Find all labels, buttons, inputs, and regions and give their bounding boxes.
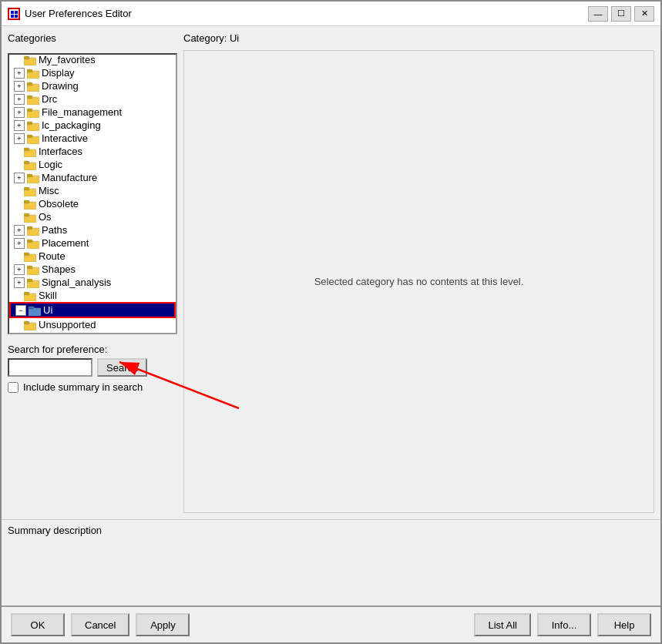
expand-btn-ic_packaging[interactable]: + <box>14 120 25 131</box>
svg-rect-25 <box>27 174 32 177</box>
tree-item-skill[interactable]: Skill <box>9 289 176 302</box>
tree-label-signal_analysis: Signal_analysis <box>42 277 111 288</box>
tree-label-manufacture: Manufacture <box>42 172 97 183</box>
tree-label-obsolete: Obsolete <box>39 198 79 210</box>
folder-icon-skill <box>24 290 36 301</box>
left-panel: Categories My_favorites+ Display+ Drawin… <box>8 32 177 513</box>
tree-item-manufacture[interactable]: + Manufacture <box>9 171 176 184</box>
folder-icon-placement <box>27 238 39 249</box>
svg-rect-17 <box>27 122 32 125</box>
folder-icon-obsolete <box>24 199 36 210</box>
tree-item-logic[interactable]: Logic <box>9 158 176 171</box>
tree-item-file_management[interactable]: + File_management <box>9 106 176 119</box>
title-bar: User Preferences Editor — ☐ ✕ <box>2 2 660 26</box>
folder-icon-manufacture <box>27 173 39 183</box>
folder-icon-drawing <box>27 81 39 92</box>
svg-rect-19 <box>27 135 32 138</box>
expand-btn-placement[interactable]: + <box>14 238 25 249</box>
tree-container[interactable]: My_favorites+ Display+ Drawing+ Drc+ Fil… <box>8 53 177 334</box>
tree-item-signal_analysis[interactable]: + Signal_analysis <box>9 276 176 289</box>
summary-label: Summary description <box>8 525 654 536</box>
cancel-button[interactable]: Cancel <box>71 613 129 636</box>
tree-item-route[interactable]: Route <box>9 250 176 263</box>
expand-btn-interactive[interactable]: + <box>14 133 25 144</box>
expand-btn-drawing[interactable]: + <box>14 81 25 92</box>
svg-rect-47 <box>24 321 29 324</box>
minimize-button[interactable]: — <box>588 6 608 22</box>
folder-icon-my_favorites <box>24 55 36 65</box>
categories-label: Categories <box>8 32 177 44</box>
ok-button[interactable]: OK <box>11 613 65 636</box>
svg-rect-31 <box>24 213 29 216</box>
info-button[interactable]: Info... <box>537 613 591 636</box>
svg-rect-11 <box>27 82 32 86</box>
tree-item-interfaces[interactable]: Interfaces <box>9 145 176 158</box>
folder-icon-route <box>24 251 36 262</box>
svg-rect-7 <box>24 56 29 59</box>
tree-item-my_favorites[interactable]: My_favorites <box>9 53 176 66</box>
help-button[interactable]: Help <box>597 613 651 636</box>
svg-rect-9 <box>27 69 32 72</box>
bottom-bar: OK Cancel Apply List All Info... Help <box>2 605 660 642</box>
expand-btn-manufacture[interactable]: + <box>14 173 25 183</box>
tree-item-ic_packaging[interactable]: + Ic_packaging <box>9 119 176 132</box>
tree-item-interactive[interactable]: + Interactive <box>9 132 176 145</box>
no-content-message: Selected category has no contents at thi… <box>314 276 524 287</box>
tree-item-shapes[interactable]: + Shapes <box>9 263 176 276</box>
tree-item-display[interactable]: + Display <box>9 66 176 79</box>
search-row: Search <box>8 358 177 377</box>
tree-item-misc[interactable]: Misc <box>9 184 176 197</box>
folder-icon-paths <box>27 225 39 236</box>
tree-label-drawing: Drawing <box>42 80 79 92</box>
folder-icon-ui <box>29 305 41 316</box>
svg-rect-35 <box>27 240 32 243</box>
category-value: Ui <box>230 32 239 44</box>
expand-btn-paths[interactable]: + <box>14 225 25 236</box>
tree-item-drawing[interactable]: + Drawing <box>9 79 176 92</box>
folder-icon-drc <box>27 94 39 105</box>
tree-label-file_management: File_management <box>42 106 122 118</box>
search-input[interactable] <box>8 358 92 377</box>
svg-rect-3 <box>15 11 18 14</box>
svg-rect-2 <box>11 11 14 14</box>
svg-rect-29 <box>24 200 29 203</box>
tree-item-placement[interactable]: + Placement <box>9 236 176 250</box>
include-summary-checkbox[interactable] <box>8 382 18 393</box>
expand-btn-ui[interactable]: − <box>15 305 26 316</box>
folder-icon-unsupported <box>24 320 36 330</box>
tree-label-drc: Drc <box>42 93 57 105</box>
tree-label-interfaces: Interfaces <box>39 146 82 157</box>
expand-btn-signal_analysis[interactable]: + <box>14 277 25 288</box>
folder-icon-file_management <box>27 107 39 118</box>
svg-rect-15 <box>27 109 32 112</box>
tree-item-drc[interactable]: + Drc <box>9 92 176 106</box>
folder-icon-os <box>24 212 36 223</box>
content-area: Categories My_favorites+ Display+ Drawin… <box>2 26 660 519</box>
include-summary-label: Include summary in search <box>23 381 143 393</box>
restore-button[interactable]: ☐ <box>611 6 631 22</box>
tree-item-paths[interactable]: + Paths <box>9 223 176 236</box>
tree-item-ui[interactable]: − Ui <box>9 302 176 318</box>
tree-item-obsolete[interactable]: Obsolete <box>9 197 176 210</box>
expand-btn-file_management[interactable]: + <box>14 107 25 118</box>
expand-btn-display[interactable]: + <box>14 68 25 79</box>
svg-rect-41 <box>27 279 32 282</box>
expand-btn-drc[interactable]: + <box>14 94 25 105</box>
svg-rect-37 <box>24 253 29 256</box>
category-prefix: Category: <box>183 32 230 44</box>
list-all-button[interactable]: List All <box>474 613 531 636</box>
expand-btn-shapes[interactable]: + <box>14 264 25 275</box>
search-button[interactable]: Search <box>97 358 147 377</box>
close-button[interactable]: ✕ <box>634 6 654 22</box>
folder-icon-interfaces <box>24 146 36 157</box>
tree-label-logic: Logic <box>39 159 62 170</box>
tree-label-display: Display <box>42 67 75 79</box>
svg-rect-13 <box>27 96 32 99</box>
apply-button[interactable]: Apply <box>136 613 190 636</box>
svg-rect-5 <box>15 15 18 18</box>
main-window: User Preferences Editor — ☐ ✕ Categories… <box>0 0 662 644</box>
tree-item-unsupported[interactable]: Unsupported <box>9 318 176 331</box>
tree-item-os[interactable]: Os <box>9 210 176 223</box>
summary-content <box>8 539 654 601</box>
tree-label-interactive: Interactive <box>42 132 88 144</box>
